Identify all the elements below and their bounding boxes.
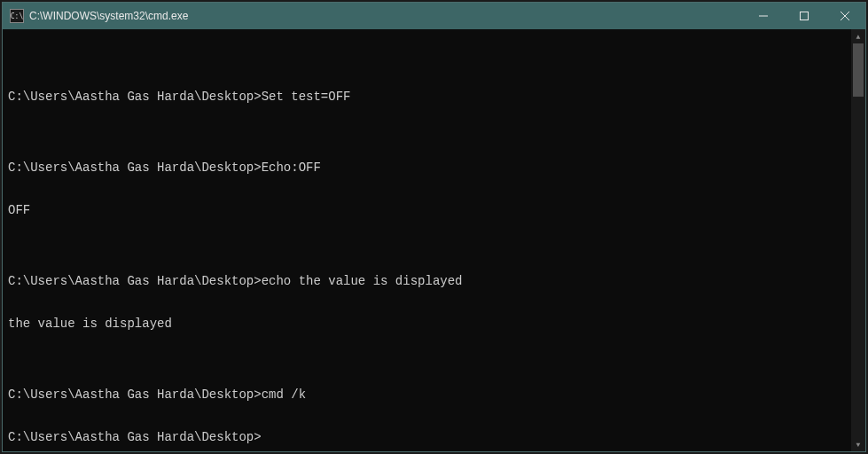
terminal-line: OFF (8, 203, 846, 217)
vertical-scrollbar[interactable]: ▲ ▼ (851, 29, 865, 451)
minimize-button[interactable] (743, 3, 784, 29)
minimize-icon (759, 12, 768, 20)
scrollbar-thumb[interactable] (853, 43, 864, 97)
maximize-button[interactable] (784, 3, 825, 29)
cmd-window: C:\ C:\WINDOWS\system32\cmd.exe C:\Users… (2, 2, 866, 452)
close-button[interactable] (825, 3, 865, 29)
terminal-line: C:\Users\Aastha Gas Harda\Desktop> (8, 430, 846, 444)
svg-rect-1 (801, 12, 809, 20)
scrollbar-down-arrow-icon[interactable]: ▼ (851, 437, 865, 451)
terminal-output[interactable]: C:\Users\Aastha Gas Harda\Desktop>Set te… (3, 29, 851, 451)
scrollbar-up-arrow-icon[interactable]: ▲ (851, 29, 865, 43)
scrollbar-track[interactable] (851, 43, 865, 437)
terminal-line: C:\Users\Aastha Gas Harda\Desktop>cmd /k (8, 387, 846, 402)
cmd-icon: C:\ (10, 9, 24, 23)
terminal-line: C:\Users\Aastha Gas Harda\Desktop>Set te… (8, 90, 846, 104)
close-icon (841, 12, 849, 20)
window-controls (743, 3, 865, 29)
maximize-icon (800, 12, 809, 20)
terminal-line: C:\Users\Aastha Gas Harda\Desktop>echo t… (8, 274, 846, 288)
terminal-line: the value is displayed (8, 317, 846, 331)
titlebar[interactable]: C:\ C:\WINDOWS\system32\cmd.exe (3, 3, 865, 29)
terminal-line: C:\Users\Aastha Gas Harda\Desktop>Echo:O… (8, 160, 846, 175)
content-area: C:\Users\Aastha Gas Harda\Desktop>Set te… (3, 29, 865, 451)
window-title: C:\WINDOWS\system32\cmd.exe (29, 10, 743, 22)
